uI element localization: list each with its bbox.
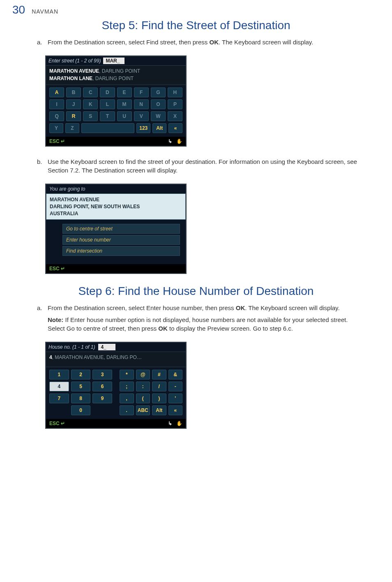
dest-line3: AUSTRALIA	[50, 210, 182, 217]
hn-results[interactable]: 4, MARATHON AVENUE, DARLING PO…	[46, 352, 186, 367]
key-colon[interactable]: :	[136, 382, 150, 391]
key-f[interactable]: F	[134, 87, 149, 97]
result-rest: , DARLING POINT	[92, 76, 134, 81]
hand-icon[interactable]: ✋	[176, 421, 182, 426]
key-alt[interactable]: Alt	[152, 123, 166, 133]
destination-screenshot: You are going to MARATHON AVENUE DARLING…	[45, 184, 187, 274]
step6a-pre: From the Destination screen, select Ente…	[48, 304, 236, 311]
step6-title: Step 6: Find the House Number of Destina…	[12, 285, 380, 298]
key-at[interactable]: @	[136, 370, 150, 380]
step5-title: Step 5: Find the Street of Destination	[12, 19, 380, 32]
key-0[interactable]: 0	[71, 405, 91, 415]
key-z[interactable]: Z	[65, 123, 79, 133]
step5a-text: From the Destination screen, select Find…	[48, 38, 363, 46]
step5a-pre: From the Destination screen, select Find…	[48, 39, 210, 46]
keyboard-screenshot-house-number: House no. (1 - 1 of 1) 4_ 4, MARATHON AV…	[45, 342, 187, 429]
hand-icon[interactable]: ✋	[176, 138, 182, 144]
key-3[interactable]: 3	[92, 370, 112, 380]
key-slash[interactable]: /	[152, 382, 166, 391]
key-d[interactable]: D	[100, 87, 115, 97]
step6a-post: . The Keyboard screen will display.	[245, 304, 339, 311]
next-arrow-icon[interactable]: ↳	[168, 138, 172, 144]
key-8[interactable]: 8	[71, 393, 91, 403]
key-m[interactable]: M	[117, 99, 132, 109]
dest-line1: MARATHON AVENUE	[50, 196, 182, 203]
key-c[interactable]: C	[83, 87, 98, 97]
key-i[interactable]: I	[49, 99, 64, 109]
key-123[interactable]: 123	[136, 123, 150, 133]
key-semi[interactable]: ;	[120, 382, 134, 391]
key-1[interactable]: 1	[49, 370, 69, 380]
opt-find-intersection[interactable]: Find intersection	[62, 246, 180, 256]
key-a[interactable]: A	[49, 87, 64, 97]
key-alt[interactable]: Alt	[152, 405, 166, 415]
key-2[interactable]: 2	[71, 370, 91, 380]
esc-button[interactable]: ESC ↵	[49, 266, 65, 271]
key-lparen[interactable]: (	[136, 393, 150, 403]
step6a-ok1: OK	[236, 304, 245, 311]
next-arrow-icon[interactable]: ↳	[168, 421, 172, 426]
key-star[interactable]: *	[120, 370, 134, 380]
step6a-note-post: to display the Preview screen. Go to ste…	[168, 325, 293, 332]
step5a-letter: a.	[37, 38, 44, 46]
step6a-note-label: Note:	[48, 316, 63, 323]
list-item[interactable]: MARATHON AVENUE, DARLING POINT	[49, 67, 182, 75]
key-space[interactable]	[81, 123, 135, 133]
kb1-results[interactable]: MARATHON AVENUE, DARLING POINT MARATHON …	[46, 65, 186, 85]
key-n[interactable]: N	[134, 99, 149, 109]
key-6[interactable]: 6	[92, 382, 112, 391]
key-5[interactable]: 5	[71, 382, 91, 391]
dest-title: You are going to	[46, 184, 186, 193]
keyboard-screenshot-street: Enter street (1 - 2 of 99) MAR_ MARATHON…	[45, 55, 187, 147]
key-backspace[interactable]: «	[168, 405, 183, 415]
key-h[interactable]: H	[168, 87, 182, 97]
key-o[interactable]: O	[151, 99, 166, 109]
key-4[interactable]: 4	[49, 382, 69, 391]
key-j[interactable]: J	[66, 99, 81, 109]
key-7[interactable]: 7	[49, 393, 69, 403]
key-p[interactable]: P	[168, 99, 182, 109]
result-rest: , MARATHON AVENUE, DARLING PO…	[52, 354, 142, 360]
key-amp[interactable]: &	[168, 370, 183, 380]
key-u[interactable]: U	[117, 111, 132, 121]
key-comma[interactable]: ,	[120, 393, 134, 403]
key-e[interactable]: E	[117, 87, 132, 97]
key-k[interactable]: K	[83, 99, 98, 109]
key-x[interactable]: X	[168, 111, 182, 121]
key-g[interactable]: G	[151, 87, 166, 97]
key-backspace[interactable]: «	[168, 123, 182, 133]
result-bold: MARATHON LANE	[49, 76, 92, 81]
key-t[interactable]: T	[100, 111, 115, 121]
step5b-text: Use the Keyboard screen to find the stre…	[48, 157, 363, 175]
result-bold: MARATHON AVENUE	[49, 68, 99, 74]
key-r[interactable]: R	[66, 111, 81, 121]
key-dash[interactable]: -	[168, 382, 183, 391]
page-number: 30	[12, 3, 25, 16]
key-abc[interactable]: ABC	[136, 405, 150, 415]
opt-go-to-centre[interactable]: Go to centre of street	[62, 224, 180, 234]
key-y[interactable]: Y	[49, 123, 63, 133]
key-l[interactable]: L	[100, 99, 115, 109]
step6a-text: From the Destination screen, select Ente…	[48, 304, 363, 333]
key-apos[interactable]: '	[168, 393, 183, 403]
key-b[interactable]: B	[66, 87, 81, 97]
key-dot[interactable]: .	[120, 405, 134, 415]
dest-line2: DARLING POINT, NEW SOUTH WALES	[50, 203, 182, 210]
key-s[interactable]: S	[83, 111, 98, 121]
hn-title: House no. (1 - 1 of 1)	[48, 344, 95, 350]
kb1-input[interactable]: MAR_	[103, 58, 125, 64]
step6a-ok2: OK	[158, 325, 168, 332]
opt-enter-house-number[interactable]: Enter house number	[62, 235, 180, 245]
step5a-post: . The Keyboard screen will display.	[219, 39, 313, 46]
hn-input[interactable]: 4_	[98, 344, 115, 350]
key-9[interactable]: 9	[92, 393, 112, 403]
key-w[interactable]: W	[151, 111, 166, 121]
key-rparen[interactable]: )	[152, 393, 166, 403]
list-item[interactable]: 4, MARATHON AVENUE, DARLING PO…	[49, 354, 182, 361]
key-q[interactable]: Q	[49, 111, 64, 121]
key-hash[interactable]: #	[152, 370, 166, 380]
list-item[interactable]: MARATHON LANE, DARLING POINT	[49, 75, 182, 82]
key-v[interactable]: V	[134, 111, 149, 121]
esc-button[interactable]: ESC ↵	[49, 138, 65, 144]
esc-button[interactable]: ESC ↵	[49, 421, 65, 426]
